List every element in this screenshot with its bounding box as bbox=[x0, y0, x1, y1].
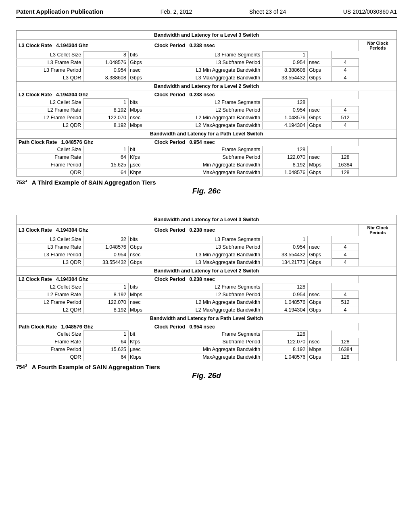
page: Patent Application Publication Feb. 2, 2… bbox=[0, 0, 413, 532]
figure-26d: Bandwidth and Latency for a Level 3 Swit… bbox=[16, 215, 397, 380]
fig-26d-caption: 754J A Fourth Example of SAIN Aggregatio… bbox=[16, 364, 397, 370]
figure-26c: Bandwidth and Latency for a Level 3 Swit… bbox=[16, 30, 397, 195]
date-label: Feb. 2, 2012 bbox=[161, 8, 192, 15]
patent-label: US 2012/0030360 A1 bbox=[343, 8, 397, 15]
sheet-label: Sheet 23 of 24 bbox=[249, 8, 286, 15]
table-26d: Bandwidth and Latency for a Level 3 Swit… bbox=[16, 215, 397, 361]
fig-26d-number: 754J bbox=[16, 364, 27, 370]
fig-26c-number: 753J bbox=[16, 179, 27, 185]
fig-26d-title: A Fourth Example of SAIN Aggregation Tie… bbox=[32, 364, 160, 370]
fig-26c-name: Fig. 26c bbox=[16, 187, 397, 195]
fig-26d-name: Fig. 26d bbox=[16, 371, 397, 380]
fig-26c-caption: 753J A Third Example of SAIN Aggregation… bbox=[16, 179, 397, 186]
table-26c: Bandwidth and Latency for a Level 3 Swit… bbox=[16, 30, 397, 177]
page-header: Patent Application Publication Feb. 2, 2… bbox=[16, 8, 397, 18]
fig-26c-title: A Third Example of SAIN Aggregation Tier… bbox=[32, 179, 156, 186]
publication-label: Patent Application Publication bbox=[16, 8, 103, 15]
